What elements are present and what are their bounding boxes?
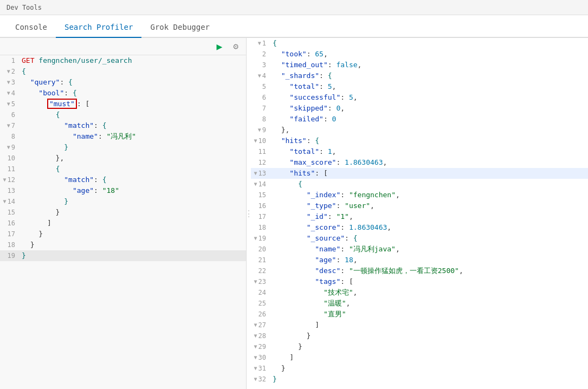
- tab-console[interactable]: Console: [7, 18, 56, 38]
- code-line-14: ▼14 }: [0, 196, 246, 207]
- code-line-5: ▼5 "must": [: [0, 99, 246, 109]
- r-code-line-28: ▼28 }: [251, 330, 588, 341]
- code-line-8: 8 "name": "冯凡利": [0, 131, 246, 142]
- code-line-13: 13 "age": "18": [0, 185, 246, 196]
- r-code-line-8: 8 "failed": 0: [251, 114, 588, 125]
- r-code-line-32: ▼32 }: [251, 374, 588, 385]
- r-code-line-13: ▼13 "hits": [: [251, 168, 588, 179]
- titlebar: Dev Tools: [0, 0, 588, 15]
- r-code-line-25: 25 "温暖",: [251, 298, 588, 309]
- code-line-15: 15 }: [0, 207, 246, 218]
- r-code-line-11: 11 "total": 1,: [251, 146, 588, 157]
- r-code-line-3: 3 "timed_out": false,: [251, 60, 588, 70]
- gear-button[interactable]: ⚙: [230, 41, 242, 53]
- code-line-10: 10 },: [0, 153, 246, 164]
- code-line-4: ▼4 "bool": {: [0, 88, 246, 99]
- code-line-2: ▼2 {: [0, 66, 246, 77]
- r-code-line-23: ▼23 "tags": [: [251, 276, 588, 287]
- code-line-9: ▼9 }: [0, 142, 246, 153]
- code-line-17: 17 }: [0, 229, 246, 239]
- r-code-line-4: ▼4 "_shards": {: [251, 70, 588, 81]
- r-code-line-1: ▼1 {: [251, 38, 588, 49]
- code-line-18: 18 }: [0, 239, 246, 250]
- r-code-line-31: ▼31 }: [251, 363, 588, 374]
- r-code-line-18: 18 "_score": 1.8630463,: [251, 222, 588, 233]
- resizer[interactable]: [247, 38, 251, 389]
- r-code-line-21: 21 "age": 18,: [251, 255, 588, 265]
- r-code-line-19: ▼19 "_source": {: [251, 233, 588, 244]
- r-code-line-2: 2 "took": 65,: [251, 49, 588, 60]
- r-code-line-24: 24 "技术宅",: [251, 287, 588, 298]
- r-code-line-6: 6 "successful": 5,: [251, 92, 588, 103]
- play-button[interactable]: ▶: [214, 41, 225, 53]
- code-line-12: ▼12 "match": {: [0, 174, 246, 185]
- code-line-7: ▼7 "match": {: [0, 120, 246, 131]
- code-line-6: 6 {: [0, 109, 246, 120]
- tabs-bar: Console Search Profiler Grok Debugger: [0, 15, 588, 38]
- code-line-3: ▼3 "query": {: [0, 77, 246, 88]
- r-code-line-27: ▼27 ]: [251, 320, 588, 330]
- r-code-line-10: ▼10 "hits": {: [251, 135, 588, 146]
- r-code-line-26: 26 "直男": [251, 309, 588, 320]
- tab-search-profiler[interactable]: Search Profiler: [56, 18, 141, 38]
- r-code-line-5: 5 "total": 5,: [251, 81, 588, 92]
- tab-grok-debugger[interactable]: Grok Debugger: [141, 18, 218, 38]
- right-panel: ▼1 { 2 "took": 65, 3 "timed_out": false,…: [251, 38, 588, 389]
- code-line-11: 11 {: [0, 164, 246, 174]
- titlebar-label: Dev Tools: [7, 4, 42, 11]
- r-code-line-14: ▼14 {: [251, 179, 588, 190]
- left-panel: ▶ ⚙ 1 GET fengnchen/user/_search ▼2 { ▼3…: [0, 38, 247, 389]
- r-code-line-9: ▼9 },: [251, 125, 588, 135]
- r-code-line-30: ▼30 ]: [251, 352, 588, 363]
- r-code-line-16: 16 "_type": "user",: [251, 200, 588, 211]
- left-code-area: 1 GET fengnchen/user/_search ▼2 { ▼3 "qu…: [0, 55, 246, 389]
- code-line-1: 1 GET fengnchen/user/_search: [0, 55, 246, 66]
- toolbar: ▶ ⚙: [0, 38, 246, 55]
- code-line-19: 19 }: [0, 250, 246, 261]
- r-code-line-12: 12 "max_score": 1.8630463,: [251, 157, 588, 168]
- r-code-line-7: 7 "skipped": 0,: [251, 103, 588, 114]
- r-code-line-15: 15 "_index": "fengnchen",: [251, 190, 588, 200]
- r-code-line-22: 22 "desc": "一顿操作猛如虎，一看工资2500",: [251, 265, 588, 276]
- r-code-line-29: ▼29 }: [251, 341, 588, 352]
- r-code-line-20: 20 "name": "冯凡利java",: [251, 244, 588, 255]
- code-line-16: 16 ]: [0, 218, 246, 229]
- main-area: ▶ ⚙ 1 GET fengnchen/user/_search ▼2 { ▼3…: [0, 38, 588, 389]
- r-code-line-17: 17 "_id": "1",: [251, 211, 588, 222]
- right-code-area: ▼1 { 2 "took": 65, 3 "timed_out": false,…: [251, 38, 588, 385]
